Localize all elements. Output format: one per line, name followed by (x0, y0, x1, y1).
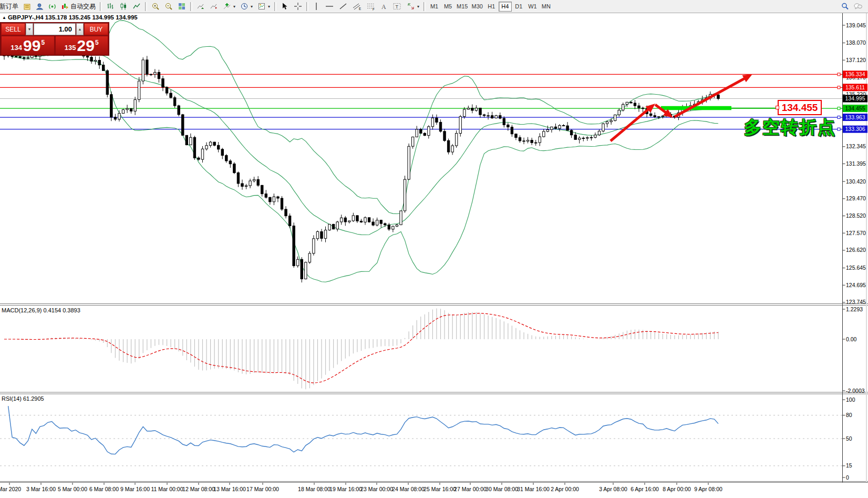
timeframe-m1[interactable]: M1 (428, 2, 441, 12)
timeframe-m5[interactable]: M5 (441, 2, 454, 12)
text-button[interactable]: A (378, 1, 390, 12)
chart-shift-button[interactable] (208, 1, 220, 12)
toolbar-separator (190, 2, 192, 11)
timeframe-m15[interactable]: M15 (455, 2, 469, 12)
horizontal-line-icon (325, 2, 334, 11)
text-label-button[interactable]: T (390, 1, 404, 12)
indicators-button[interactable]: ▾ (221, 1, 237, 12)
timeframe-h1[interactable]: H1 (485, 2, 498, 12)
chat-button[interactable] (851, 1, 865, 12)
periods-icon (240, 2, 249, 11)
svg-text:134.455: 134.455 (845, 105, 865, 111)
svg-text:9 Apr 08:00: 9 Apr 08:00 (694, 486, 722, 492)
bid-price[interactable]: 134 99 5 (1, 36, 55, 55)
data-window-button[interactable] (34, 1, 46, 12)
one-click-price-row: 134 99 5 135 29 5 (1, 36, 108, 55)
vertical-line-button[interactable] (311, 1, 322, 12)
volume-decrease-button[interactable]: ▼ (26, 23, 33, 35)
svg-text:127.570: 127.570 (846, 230, 866, 236)
toolbar-right-tools (839, 1, 865, 12)
svg-text:130.420: 130.420 (846, 178, 866, 185)
svg-text:0: 0 (846, 474, 849, 481)
time-axis: Mar 20203 Mar 16:005 Mar 00:006 Mar 08:0… (0, 483, 722, 492)
zoom-out-button[interactable] (162, 1, 175, 12)
trendline-icon (339, 2, 347, 11)
svg-text:12 Mar 08:00: 12 Mar 08:00 (182, 486, 215, 492)
svg-text:27 Mar 00:00: 27 Mar 00:00 (454, 486, 487, 492)
new-order-button[interactable]: 新订单 (0, 1, 20, 12)
svg-text:139.045: 139.045 (846, 22, 866, 28)
symbol-ohlc-header: ▲GBPJPY-,H4 135.178 135.245 134.995 134.… (2, 14, 138, 21)
arrows-button[interactable]: ▾ (405, 1, 421, 12)
volume-input[interactable] (34, 23, 76, 35)
price-callout-text: 134.455 (782, 102, 818, 113)
equidistant-channel-button[interactable]: E (350, 1, 364, 12)
macd-indicator-label: MACD(12,26,9) 0.4154 0.3893 (2, 307, 80, 313)
market-watch-button[interactable] (21, 1, 33, 12)
svg-text:T: T (396, 4, 399, 9)
svg-text:F: F (373, 7, 375, 11)
svg-text:136.334: 136.334 (845, 71, 865, 77)
bar-chart-icon (106, 2, 115, 11)
tile-windows-button[interactable] (175, 1, 188, 12)
collapse-arrow-icon[interactable]: ▲ (2, 15, 6, 20)
fibonacci-icon: F (366, 2, 376, 11)
svg-text:9 Mar 16:00: 9 Mar 16:00 (120, 486, 150, 492)
zoom-in-button[interactable] (149, 1, 162, 12)
svg-text:30 Mar 08:00: 30 Mar 08:00 (485, 486, 518, 492)
svg-text:132.345: 132.345 (846, 143, 866, 149)
line-chart-button[interactable] (130, 1, 143, 12)
crosshair-button[interactable] (292, 1, 304, 12)
turning-point-note[interactable]: 多空转折点 (744, 116, 836, 139)
callout-anchor-icon (776, 106, 779, 109)
svg-text:24 Mar 08:00: 24 Mar 08:00 (392, 486, 425, 492)
horizontal-line-button[interactable] (323, 1, 336, 12)
fibonacci-button[interactable]: F (364, 1, 378, 12)
toolbar-separator (306, 2, 308, 11)
chart-canvas[interactable]: 139.045138.070137.120136.170135.220132.3… (0, 0, 868, 498)
trendline-button[interactable] (337, 1, 349, 12)
dropdown-caret-icon: ▾ (417, 4, 419, 9)
svg-text:17 Mar 00:00: 17 Mar 00:00 (246, 486, 279, 492)
svg-text:126.620: 126.620 (846, 247, 866, 253)
svg-text:E: E (359, 7, 361, 11)
svg-text:123.745: 123.745 (846, 299, 866, 305)
templates-button[interactable]: ▾ (255, 1, 272, 12)
indicators-icon (223, 2, 231, 11)
tile-windows-icon (178, 2, 186, 11)
svg-text:31 Mar 16:00: 31 Mar 16:00 (517, 486, 550, 492)
bar-chart-button[interactable] (104, 1, 117, 12)
cursor-button[interactable] (278, 1, 291, 12)
svg-text:0.00: 0.00 (846, 336, 857, 342)
signals-button[interactable] (46, 1, 58, 12)
sell-button[interactable]: SELL (1, 23, 25, 35)
svg-text:134.995: 134.995 (845, 95, 865, 101)
timeframe-mn[interactable]: MN (540, 2, 553, 12)
search-button[interactable] (839, 1, 851, 12)
svg-text:A: A (381, 3, 386, 11)
svg-text:Mar 2020: Mar 2020 (0, 486, 21, 492)
bid-pips: 99 (23, 38, 40, 54)
volume-increase-button[interactable]: ▲ (76, 23, 84, 35)
text-icon: A (380, 2, 388, 11)
buy-button[interactable]: BUY (84, 23, 108, 35)
timeframe-d1[interactable]: D1 (512, 2, 525, 12)
auto-trading-button[interactable]: 自动交易 (59, 1, 98, 12)
auto-scroll-button[interactable] (194, 1, 207, 12)
periods-button[interactable]: ▾ (238, 1, 255, 12)
svg-text:133.963: 133.963 (845, 114, 865, 120)
candlestick-chart-button[interactable] (117, 1, 130, 12)
timeframe-h4[interactable]: H4 (499, 2, 512, 12)
toolbar: 新订单 自动交易 ▾ ▾ ▾ (0, 0, 868, 13)
svg-text:124.695: 124.695 (846, 282, 866, 288)
timeframe-m30[interactable]: M30 (470, 2, 484, 12)
zoom-out-icon (164, 2, 173, 11)
svg-text:129.470: 129.470 (846, 195, 866, 201)
ask-price[interactable]: 135 29 5 (55, 36, 109, 55)
svg-text:1.2293: 1.2293 (846, 306, 863, 312)
timeframe-w1[interactable]: W1 (526, 2, 539, 12)
svg-text:125.645: 125.645 (846, 265, 866, 271)
price-callout-label[interactable]: 134.455 (778, 100, 822, 115)
svg-text:133.306: 133.306 (845, 126, 865, 132)
bid-figure: 134 (11, 44, 22, 52)
